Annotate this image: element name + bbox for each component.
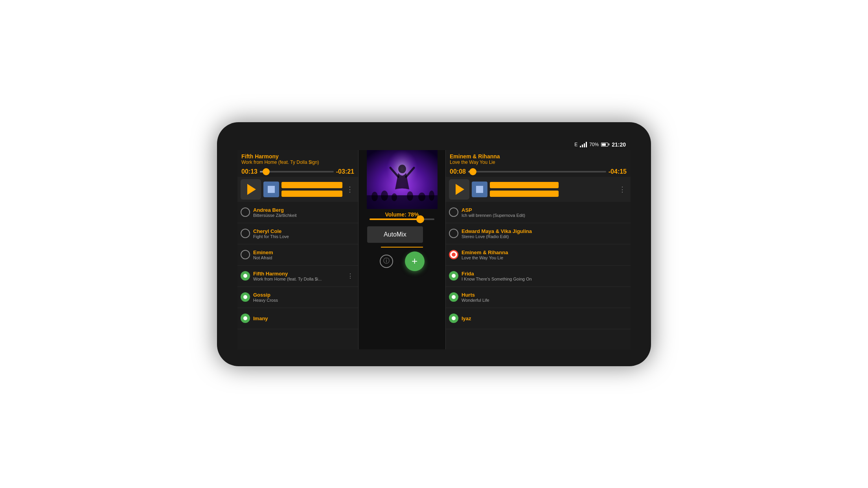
radio-inner-icon-r5 [452,295,456,299]
right-radio-btn-4[interactable] [449,271,458,281]
right-controls-row: ⋮ [446,177,631,202]
right-playlist-item-5[interactable]: Hurts Wonderful Life [446,287,631,308]
left-deck-track: Work from Home (feat. Ty Dolla $ign) [241,160,354,165]
left-radio-btn-2[interactable] [241,229,250,238]
right-deck-track: Love the Way You Lie [450,160,627,165]
signal-bars [580,142,587,147]
battery-percent: 70% [589,142,599,147]
status-bar: E 70% 21:20 [237,139,631,150]
right-playlist-item-1[interactable]: ASP Ich will brennen (Supernova Edit) [446,202,631,223]
radio-inner-icon-r4 [452,274,456,278]
left-radio-btn-4[interactable] [241,271,250,281]
radio-inner-icon-6 [243,316,247,320]
left-radio-btn-6[interactable] [241,314,250,323]
right-play-triangle-icon [456,184,464,195]
svg-point-1 [383,150,422,197]
svg-point-7 [381,191,388,201]
album-art [367,150,438,209]
info-button[interactable]: ⓘ [380,255,393,268]
volume-label: Volume: 78% [385,209,419,218]
left-playlist-item-5[interactable]: Gossip Heavy Cross [237,287,358,308]
play-triangle-icon [247,184,256,195]
right-radio-btn-5[interactable] [449,292,458,302]
right-deck-artist: Eminem & Rihanna [450,153,627,160]
left-item-1-artist: Andrea Berg [253,207,297,213]
right-item-3-track: Love the Way You Lie [462,255,508,260]
right-item-5-artist: Hurts [462,292,489,298]
left-time-remaining: -03:21 [336,168,354,175]
right-stop-button[interactable] [472,182,487,197]
left-playlist-item-6[interactable]: Imany [237,308,358,329]
right-radio-btn-2[interactable] [449,229,458,238]
svg-point-9 [407,191,413,201]
volume-slider[interactable] [370,218,435,220]
device-shell: E 70% 21:20 Fifth Harmony Work from Home… [217,122,651,366]
right-item-4-artist: Frida [462,271,532,277]
right-radio-btn-1[interactable] [449,207,458,217]
left-playlist-item-2[interactable]: Cheryl Cole Fight for This Love [237,223,358,244]
left-playlist-item-1[interactable]: Andrea Berg Bittersüsse Zärtlichkeit [237,202,358,223]
left-item-1-track: Bittersüsse Zärtlichkeit [253,213,297,218]
battery-icon [601,143,609,147]
clock: 21:20 [612,141,626,148]
left-item-4-more[interactable]: ⋮ [346,271,355,281]
right-stop-square-icon [476,186,483,193]
left-time-elapsed: 00:13 [241,168,257,175]
left-more-button[interactable]: ⋮ [345,183,355,195]
left-deck-artist: Fifth Harmony [241,153,354,160]
left-item-6-artist: Imany [253,316,268,321]
screen: E 70% 21:20 Fifth Harmony Work from Home… [237,139,631,349]
right-radio-btn-3[interactable] [449,250,458,259]
right-playlist-item-3[interactable]: Eminem & Rihanna Love the Way You Lie [446,244,631,266]
svg-point-6 [371,192,378,201]
right-deck-header: Eminem & Rihanna Love the Way You Lie [446,150,631,167]
radio-inner-red-icon [452,253,456,257]
left-playlist-item-4[interactable]: Fifth Harmony Work from Home (feat. Ty D… [237,266,358,287]
left-deck-header: Fifth Harmony Work from Home (feat. Ty D… [237,150,358,167]
radio-inner-icon [243,274,247,278]
right-play-button[interactable] [449,179,469,200]
left-item-3-track: Not Afraid [253,255,273,260]
left-item-3-artist: Eminem [253,250,273,255]
right-progress-bar[interactable] [468,171,606,172]
automix-button[interactable]: AutoMix [367,226,423,243]
right-playlist-item-6[interactable]: Iyaz [446,308,631,329]
center-actions: ⓘ + [380,251,425,271]
right-item-3-artist: Eminem & Rihanna [462,250,508,255]
right-radio-btn-6[interactable] [449,314,458,323]
automix-container: AutoMix [367,223,437,248]
svg-point-11 [429,191,434,201]
right-item-5-track: Wonderful Life [462,298,489,303]
left-progress-bar[interactable] [260,171,334,172]
svg-point-10 [418,193,425,201]
left-radio-btn-3[interactable] [241,250,250,259]
right-time-elapsed: 00:08 [450,168,466,175]
left-item-5-artist: Gossip [253,292,278,298]
right-more-button[interactable]: ⋮ [617,183,627,195]
album-art-svg [367,150,438,209]
left-time-row: 00:13 -03:21 [237,167,358,177]
right-volume-sliders[interactable] [490,182,615,197]
right-playlist-item-2[interactable]: Edward Maya & Vika Jigulina Stereo Love … [446,223,631,244]
right-item-1-track: Ich will brennen (Supernova Edit) [462,213,525,218]
stop-square-icon [268,186,275,193]
left-stop-button[interactable] [263,182,279,197]
left-volume-sliders[interactable] [281,182,342,197]
left-deck: Fifth Harmony Work from Home (feat. Ty D… [237,150,359,349]
left-radio-btn-1[interactable] [241,207,250,217]
right-item-2-artist: Edward Maya & Vika Jigulina [462,228,532,234]
left-item-5-track: Heavy Cross [253,298,278,303]
radio-inner-icon-r6 [452,316,456,320]
right-item-2-track: Stereo Love (Radio Edit) [462,234,532,239]
right-item-4-track: I Know There's Something Going On [462,277,532,281]
signal-icon: E [574,142,577,147]
left-playlist-item-3[interactable]: Eminem Not Afraid [237,244,358,266]
right-item-6-artist: Iyaz [462,316,471,321]
right-time-remaining: -04:15 [609,168,627,175]
right-deck: Eminem & Rihanna Love the Way You Lie 00… [446,150,631,349]
right-playlist-item-4[interactable]: Frida I Know There's Something Going On [446,266,631,287]
add-button[interactable]: + [405,251,425,271]
left-play-button[interactable] [241,179,261,200]
left-radio-btn-5[interactable] [241,292,250,302]
radio-inner-icon-5 [243,295,247,299]
